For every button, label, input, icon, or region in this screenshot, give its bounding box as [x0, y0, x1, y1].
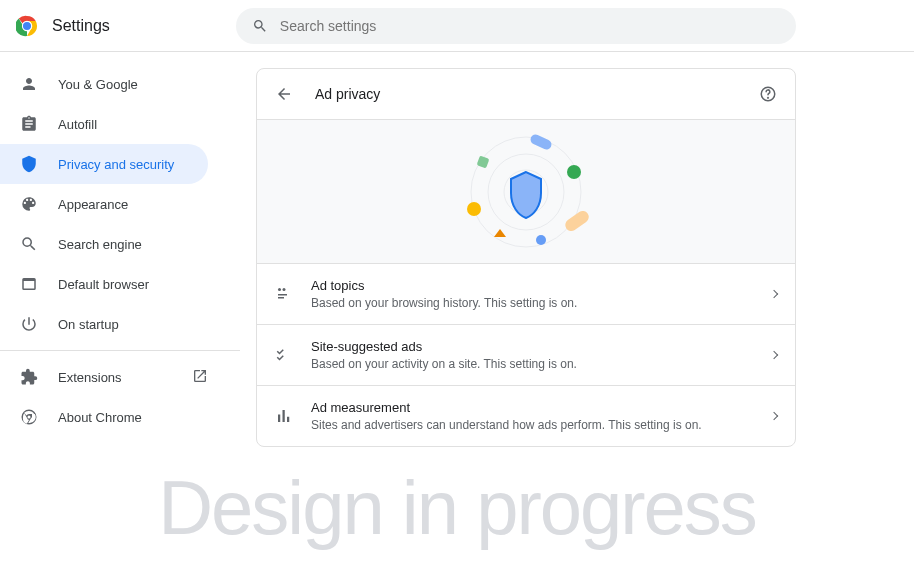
svg-rect-19 — [283, 410, 285, 422]
sidebar-item-privacy-security[interactable]: Privacy and security — [0, 144, 208, 184]
extension-icon — [20, 368, 38, 386]
header-title: Settings — [52, 17, 110, 35]
svg-rect-13 — [477, 155, 490, 168]
power-icon — [20, 315, 38, 333]
sidebar: You & Google Autofill Privacy and securi… — [0, 52, 240, 447]
chevron-right-icon — [770, 351, 778, 359]
svg-rect-17 — [278, 297, 284, 299]
chrome-outline-icon — [20, 408, 38, 426]
search-input[interactable] — [280, 18, 780, 34]
sidebar-item-label: Privacy and security — [58, 157, 174, 172]
row-ad-measurement[interactable]: Ad measurement Sites and advertisers can… — [257, 386, 795, 446]
sidebar-item-label: Appearance — [58, 197, 128, 212]
person-icon — [20, 75, 38, 93]
app-header: Settings — [0, 0, 914, 52]
sidebar-item-label: Default browser — [58, 277, 149, 292]
svg-point-15 — [283, 288, 286, 291]
page-title: Ad privacy — [315, 86, 737, 102]
sidebar-item-default-browser[interactable]: Default browser — [0, 264, 208, 304]
svg-point-12 — [467, 202, 481, 216]
nav-divider — [0, 350, 240, 351]
sidebar-item-extensions[interactable]: Extensions — [0, 357, 208, 397]
sidebar-item-you-and-google[interactable]: You & Google — [0, 64, 208, 104]
open-in-new-icon — [192, 368, 208, 387]
search-box[interactable] — [236, 8, 796, 44]
sidebar-item-label: On startup — [58, 317, 119, 332]
sidebar-item-label: About Chrome — [58, 410, 142, 425]
svg-rect-18 — [278, 415, 280, 423]
sidebar-item-autofill[interactable]: Autofill — [0, 104, 208, 144]
help-icon[interactable] — [759, 85, 777, 103]
watermark-text: Design in progress — [0, 464, 914, 551]
row-body: Site-suggested ads Based on your activit… — [311, 339, 753, 371]
svg-point-9 — [567, 165, 581, 179]
chevron-right-icon — [770, 412, 778, 420]
svg-rect-16 — [278, 294, 287, 296]
row-desc: Sites and advertisers can understand how… — [311, 418, 753, 432]
row-body: Ad measurement Sites and advertisers can… — [311, 400, 753, 432]
card-header: Ad privacy — [257, 69, 795, 119]
chevron-right-icon — [770, 290, 778, 298]
chrome-logo-icon — [16, 15, 38, 37]
row-body: Ad topics Based on your browsing history… — [311, 278, 753, 310]
bar-chart-icon — [275, 407, 293, 425]
row-title: Site-suggested ads — [311, 339, 753, 354]
row-desc: Based on your activity on a site. This s… — [311, 357, 753, 371]
search-icon — [252, 18, 268, 34]
main-content: Ad privacy — [240, 52, 914, 447]
sidebar-item-appearance[interactable]: Appearance — [0, 184, 208, 224]
sidebar-item-label: Search engine — [58, 237, 142, 252]
sidebar-item-about-chrome[interactable]: About Chrome — [0, 397, 208, 437]
settings-card: Ad privacy — [256, 68, 796, 447]
sidebar-item-on-startup[interactable]: On startup — [0, 304, 208, 344]
row-title: Ad topics — [311, 278, 753, 293]
privacy-illustration — [257, 119, 795, 264]
svg-point-11 — [536, 235, 546, 245]
shield-icon — [20, 155, 38, 173]
row-site-suggested-ads[interactable]: Site-suggested ads Based on your activit… — [257, 325, 795, 386]
svg-point-4 — [768, 97, 769, 98]
sidebar-item-label: Extensions — [58, 370, 122, 385]
palette-icon — [20, 195, 38, 213]
back-arrow-icon[interactable] — [275, 85, 293, 103]
checklist-icon — [275, 346, 293, 364]
svg-point-14 — [278, 288, 281, 291]
sidebar-item-label: Autofill — [58, 117, 97, 132]
row-ad-topics[interactable]: Ad topics Based on your browsing history… — [257, 264, 795, 325]
svg-rect-8 — [529, 132, 553, 150]
row-desc: Based on your browsing history. This set… — [311, 296, 753, 310]
clipboard-icon — [20, 115, 38, 133]
sidebar-item-search-engine[interactable]: Search engine — [0, 224, 208, 264]
sidebar-item-label: You & Google — [58, 77, 138, 92]
row-title: Ad measurement — [311, 400, 753, 415]
browser-icon — [20, 275, 38, 293]
search-icon — [20, 235, 38, 253]
svg-rect-20 — [287, 417, 289, 422]
topics-icon — [275, 285, 293, 303]
